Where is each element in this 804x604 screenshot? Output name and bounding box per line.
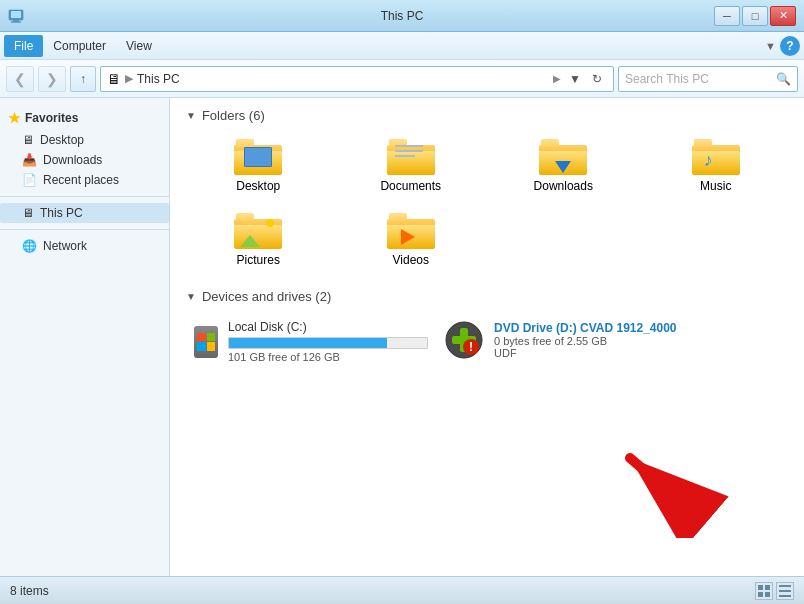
drive-local-info: Local Disk (C:) 101 GB free of 126 GB <box>228 320 428 363</box>
drives-section-title: Devices and drives (2) <box>202 289 331 304</box>
maximize-button[interactable]: □ <box>742 6 768 26</box>
folder-documents[interactable]: Documents <box>339 133 484 199</box>
music-note-icon: ♪ <box>704 150 713 171</box>
content-area: ▼ Folders (6) Desktop <box>170 98 804 576</box>
search-bar[interactable]: Search This PC 🔍 <box>618 66 798 92</box>
large-icons-view-icon <box>758 585 770 597</box>
windows-logo-icon <box>197 333 215 351</box>
folder-documents-label: Documents <box>380 179 441 193</box>
up-button[interactable]: ↑ <box>70 66 96 92</box>
menu-bar: File Computer View ▼ ? <box>0 32 804 60</box>
address-chevron: ▶ <box>553 73 561 84</box>
svg-rect-14 <box>765 592 770 597</box>
folder-music[interactable]: ♪ Music <box>644 133 789 199</box>
svg-line-10 <box>630 458 700 518</box>
svg-rect-16 <box>779 590 791 592</box>
window-controls: ─ □ ✕ <box>714 6 796 26</box>
window-title: This PC <box>381 9 424 23</box>
folder-videos[interactable]: Videos <box>339 207 484 273</box>
folders-section-title: Folders (6) <box>202 108 265 123</box>
menu-computer[interactable]: Computer <box>43 35 116 57</box>
sidebar-desktop-label: Desktop <box>40 133 84 147</box>
title-bar: This PC ─ □ ✕ <box>0 0 804 32</box>
drive-bar-fill <box>229 338 387 348</box>
view-icons <box>755 582 794 600</box>
folder-music-label: Music <box>700 179 731 193</box>
drive-dvd[interactable]: ! DVD Drive (D:) CVAD 1912_4000 0 bytes … <box>436 314 788 366</box>
folders-arrow[interactable]: ▼ <box>186 110 196 121</box>
help-button[interactable]: ? <box>780 36 800 56</box>
sidebar-item-thispc[interactable]: 🖥 This PC <box>0 203 169 223</box>
folder-pictures[interactable]: Pictures <box>186 207 331 273</box>
svg-rect-15 <box>779 585 791 587</box>
address-actions: ▼ ↻ <box>565 68 607 90</box>
downloads-icon: 📥 <box>22 153 37 167</box>
folder-desktop-icon <box>234 139 282 175</box>
svg-rect-13 <box>758 592 763 597</box>
svg-rect-11 <box>758 585 763 590</box>
address-bar[interactable]: 🖥 ▶ This PC ▶ ▼ ↻ <box>100 66 614 92</box>
menu-bar-right: ▼ ? <box>765 36 800 56</box>
svg-rect-2 <box>13 20 19 22</box>
folder-videos-icon <box>387 213 435 249</box>
dvd-icon: ! <box>444 320 484 360</box>
sidebar-item-desktop[interactable]: 🖥 Desktop <box>0 130 169 150</box>
red-arrow-annotation <box>610 438 730 541</box>
recent-icon: 📄 <box>22 173 37 187</box>
toolbar: ❮ ❯ ↑ 🖥 ▶ This PC ▶ ▼ ↻ Search This PC 🔍 <box>0 60 804 98</box>
network-icon: 🌐 <box>22 239 37 253</box>
dropdown-button[interactable]: ▼ <box>565 68 585 90</box>
sidebar-network-label: Network <box>43 239 87 253</box>
hdd-icon <box>194 326 218 358</box>
favorites-section: ★ Favorites 🖥 Desktop 📥 Downloads 📄 Rece… <box>0 106 169 190</box>
dvd-drive-size: 0 bytes free of 2.55 GB <box>494 335 780 347</box>
thispc-icon: 🖥 <box>22 206 34 220</box>
menu-chevron: ▼ <box>765 40 776 52</box>
address-path: This PC <box>137 72 547 86</box>
dvd-drive-info: DVD Drive (D:) CVAD 1912_4000 0 bytes fr… <box>494 321 780 359</box>
refresh-button[interactable]: ↻ <box>587 68 607 90</box>
menu-view[interactable]: View <box>116 35 162 57</box>
drives-arrow[interactable]: ▼ <box>186 291 196 302</box>
back-button[interactable]: ❮ <box>6 66 34 92</box>
dvd-drive-name: DVD Drive (D:) CVAD 1912_4000 <box>494 321 780 335</box>
folder-pictures-label: Pictures <box>237 253 280 267</box>
drive-local-disk[interactable]: Local Disk (C:) 101 GB free of 126 GB <box>186 314 436 369</box>
window-icon <box>8 8 24 24</box>
sidebar-recent-label: Recent places <box>43 173 119 187</box>
sidebar-item-recent[interactable]: 📄 Recent places <box>0 170 169 190</box>
view-icon-large[interactable] <box>755 582 773 600</box>
address-computer-icon: 🖥 <box>107 71 121 87</box>
drive-bar-container <box>228 337 428 349</box>
view-icon-details[interactable] <box>776 582 794 600</box>
sidebar: ★ Favorites 🖥 Desktop 📥 Downloads 📄 Rece… <box>0 98 170 576</box>
svg-rect-1 <box>11 11 21 18</box>
sidebar-divider-1 <box>0 196 169 197</box>
folder-music-icon: ♪ <box>692 139 740 175</box>
forward-button[interactable]: ❯ <box>38 66 66 92</box>
svg-rect-3 <box>11 21 21 22</box>
sidebar-divider-2 <box>0 229 169 230</box>
minimize-button[interactable]: ─ <box>714 6 740 26</box>
folder-downloads[interactable]: Downloads <box>491 133 636 199</box>
address-arrow: ▶ <box>125 72 133 85</box>
sidebar-item-network[interactable]: 🌐 Network <box>0 236 169 256</box>
status-bar: 8 items <box>0 576 804 604</box>
menu-file[interactable]: File <box>4 35 43 57</box>
dvd-drive-fs: UDF <box>494 347 780 359</box>
folder-videos-label: Videos <box>393 253 429 267</box>
folder-desktop[interactable]: Desktop <box>186 133 331 199</box>
drives-row: Local Disk (C:) 101 GB free of 126 GB <box>186 314 788 369</box>
svg-text:!: ! <box>469 340 473 354</box>
search-icon[interactable]: 🔍 <box>776 72 791 86</box>
folder-desktop-label: Desktop <box>236 179 280 193</box>
sidebar-item-downloads[interactable]: 📥 Downloads <box>0 150 169 170</box>
folder-downloads-label: Downloads <box>534 179 593 193</box>
favorites-header[interactable]: ★ Favorites <box>0 106 169 130</box>
sidebar-downloads-label: Downloads <box>43 153 102 167</box>
folder-pictures-icon <box>234 213 282 249</box>
main-area: ★ Favorites 🖥 Desktop 📥 Downloads 📄 Rece… <box>0 98 804 576</box>
drive-local-size: 101 GB free of 126 GB <box>228 351 428 363</box>
status-item-count: 8 items <box>10 584 49 598</box>
close-button[interactable]: ✕ <box>770 6 796 26</box>
